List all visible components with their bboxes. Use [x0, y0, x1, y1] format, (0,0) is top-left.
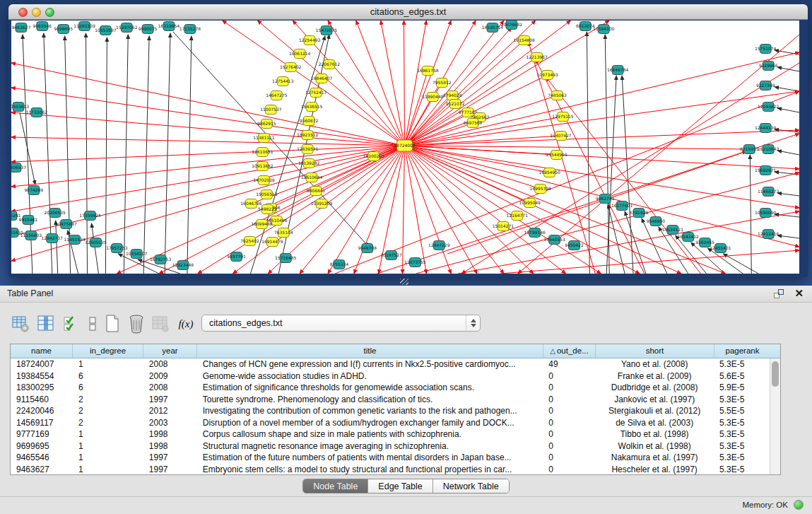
column-header-pagerank[interactable]: pagerank [714, 344, 770, 358]
select-columns-icon[interactable] [35, 313, 57, 335]
column-header-in-degree[interactable]: in_degree [73, 344, 143, 358]
table-cell[interactable]: 2012 [143, 405, 197, 417]
table-cell[interactable]: Changes of HCN gene expression and I(f) … [197, 358, 543, 370]
table-cell[interactable]: 0 [543, 452, 595, 464]
table-cell[interactable]: Corpus callosum shape and size in male p… [197, 428, 543, 440]
table-cell[interactable]: 5.5E-5 [714, 405, 770, 417]
black-edge[interactable] [124, 35, 128, 274]
table-cell[interactable]: Tibbo et al. (1998) [595, 428, 714, 440]
table-cell[interactable]: de Silva et al. (2003) [595, 417, 714, 429]
table-cell[interactable]: Hescheler et al. (1997) [595, 464, 714, 475]
table-body[interactable]: 1872400712008Changes of HCN gene express… [11, 358, 770, 474]
red-edge[interactable] [403, 146, 405, 274]
table-cell[interactable]: Franke et al. (2009) [595, 370, 714, 382]
table-cell[interactable]: 6 [73, 382, 143, 394]
table-cell[interactable]: 1 [73, 358, 143, 370]
rows-icon[interactable] [82, 313, 103, 335]
black-edge[interactable] [606, 76, 616, 274]
red-edge[interactable] [328, 21, 405, 146]
red-edge[interactable] [405, 91, 799, 146]
column-header-name[interactable]: name [11, 344, 73, 358]
function-builder-icon[interactable]: f(x) [175, 313, 196, 335]
black-edge[interactable] [777, 151, 799, 155]
table-cell[interactable]: 49 [543, 358, 595, 370]
black-edge[interactable] [587, 32, 589, 274]
table-cell[interactable]: 9465546 [11, 452, 73, 464]
table-vertical-scrollbar[interactable] [770, 358, 780, 474]
table-cell[interactable]: 22420046 [11, 405, 73, 417]
red-edge[interactable] [405, 146, 566, 274]
black-edge[interactable] [723, 254, 758, 274]
black-edge[interactable] [775, 87, 799, 91]
table-cell[interactable]: 9115460 [11, 394, 73, 406]
table-cell[interactable]: 0 [543, 382, 595, 394]
table-cell[interactable]: 1997 [143, 394, 197, 406]
black-edge[interactable] [91, 223, 98, 274]
tab-node-table[interactable]: Node Table [303, 479, 368, 493]
table-cell[interactable]: 0 [543, 440, 595, 452]
panel-resize-grip[interactable] [400, 279, 408, 285]
table-cell[interactable]: Dudbridge et al. (2008) [595, 382, 714, 394]
column-header-title[interactable]: title [197, 344, 543, 358]
table-cell[interactable]: 18724007 [11, 358, 73, 370]
scrollbar-thumb[interactable] [772, 361, 779, 387]
red-edge[interactable] [404, 21, 405, 146]
black-edge[interactable] [775, 214, 799, 217]
table-cell[interactable]: 0 [543, 370, 595, 382]
black-edge[interactable] [777, 193, 799, 196]
table-cell[interactable]: 9463627 [11, 464, 73, 475]
red-edge[interactable] [405, 146, 530, 203]
select-all-icon[interactable] [61, 313, 82, 335]
table-cell[interactable]: 1 [73, 440, 143, 452]
table-row[interactable]: 977716911998Corpus callosum shape and si… [11, 428, 770, 440]
black-edge[interactable] [20, 112, 35, 185]
table-row[interactable]: 969969511998Structural magnetic resonanc… [11, 440, 770, 452]
table-cell[interactable]: 5.6E-5 [714, 370, 770, 382]
red-edge[interactable] [405, 146, 452, 274]
red-edge[interactable] [381, 21, 405, 146]
table-cell[interactable]: Disruption of a novel member of a sodium… [197, 417, 543, 429]
table-cell[interactable]: 14569117 [11, 417, 73, 429]
table-cell[interactable]: 1998 [143, 440, 197, 452]
black-edge[interactable] [622, 76, 633, 274]
table-row[interactable]: 1830029562008Estimation of significance … [11, 382, 770, 394]
table-cell[interactable]: 2003 [143, 417, 197, 429]
table-cell[interactable]: 0 [543, 405, 595, 417]
column-header-out-degree[interactable]: △out_de... [543, 344, 596, 358]
column-header-short[interactable]: short [596, 344, 714, 358]
tab-network-table[interactable]: Network Table [433, 479, 509, 493]
table-cell[interactable]: 5.3E-5 [714, 394, 770, 406]
black-edge[interactable] [608, 204, 625, 274]
table-cell[interactable]: 2 [73, 405, 143, 417]
table-cell[interactable]: Estimation of the future numbers of pati… [197, 452, 543, 464]
table-cell[interactable]: Structural magnetic resonance image aver… [197, 440, 543, 452]
table-cell[interactable]: 18300295 [11, 382, 73, 394]
table-settings-icon[interactable] [10, 313, 31, 335]
table-cell[interactable]: Estimation of significance thresholds fo… [197, 382, 543, 394]
table-row[interactable]: 1872400712008Changes of HCN gene express… [11, 358, 770, 370]
table-cell[interactable]: 5.9E-5 [714, 382, 770, 394]
table-cell[interactable]: 2008 [143, 382, 197, 394]
table-cell[interactable]: 0 [543, 417, 595, 429]
table-cell[interactable]: 1 [73, 452, 143, 464]
table-cell[interactable]: 5.3E-5 [714, 428, 770, 440]
float-panel-icon[interactable] [774, 289, 784, 298]
table-selector-dropdown[interactable]: citations_edges.txt [201, 315, 481, 332]
red-edge[interactable] [500, 250, 799, 274]
black-edge[interactable] [777, 235, 799, 238]
table-cell[interactable]: 1 [73, 428, 143, 440]
table-cell[interactable]: Genome-wide association studies in ADHD. [197, 370, 543, 382]
table-cell[interactable]: Stergiakouli et al. (2012) [595, 405, 714, 417]
table-cell[interactable]: 1 [73, 464, 143, 475]
table-cell[interactable]: Embryonic stem cells: a model to study s… [197, 464, 543, 475]
new-table-icon[interactable] [102, 313, 123, 335]
table-cell[interactable]: 1997 [143, 452, 197, 464]
black-edge[interactable] [105, 37, 107, 274]
table-cell[interactable]: 2009 [143, 370, 197, 382]
network-view[interactable]: 9463627946554696996951128330910553587152… [11, 21, 799, 274]
table-cell[interactable]: 2 [73, 394, 143, 406]
table-cell[interactable]: 2008 [143, 358, 197, 370]
table-cell[interactable]: Nakamura et al. (1997) [595, 452, 714, 464]
table-cell[interactable]: 5.3E-5 [714, 440, 770, 452]
table-cell[interactable]: Jankovic et al. (1997) [595, 394, 714, 406]
